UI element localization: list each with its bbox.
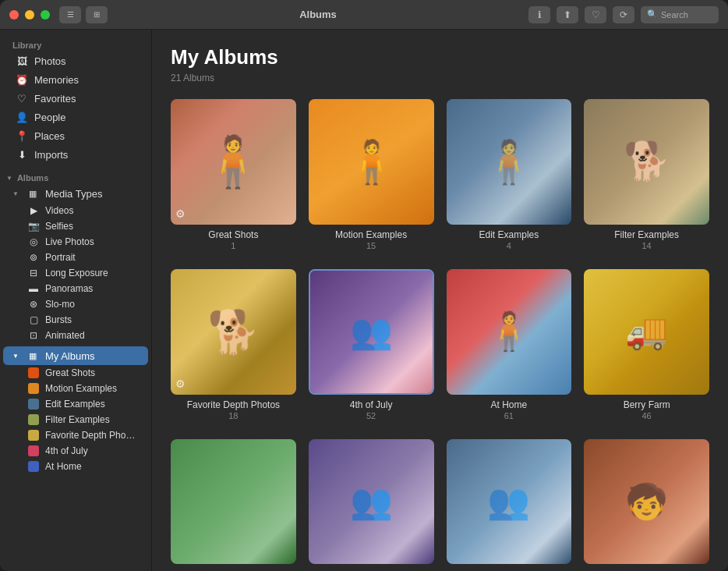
album-name: 4th of July — [350, 399, 393, 410]
album-card-at-home[interactable]: 🧍 At Home 61 — [447, 269, 572, 420]
sidebar-item-slo-mo[interactable]: ⊛ Slo-mo — [3, 296, 148, 312]
motion-thumb — [28, 383, 39, 394]
great-shots-thumb — [28, 367, 39, 378]
sidebar-toggle-button[interactable]: ☰ — [59, 6, 81, 23]
sidebar-item-memories[interactable]: ⏰ Memories — [3, 70, 148, 89]
album-thumb-motion: 🧍 — [309, 99, 434, 225]
sidebar-item-edit-examples[interactable]: Edit Examples — [3, 396, 148, 412]
album-thumb-at-home: 🧍 — [447, 269, 572, 395]
sidebar-item-imports[interactable]: ⬇ Imports — [3, 145, 148, 164]
album-thumb-berry: 🚚 — [584, 269, 709, 395]
album-card-row3-2[interactable]: 👥 — [309, 439, 434, 570]
sidebar-item-filter-examples[interactable]: Filter Examples — [3, 412, 148, 427]
search-bar[interactable]: 🔍 Search — [641, 6, 719, 23]
info-button[interactable]: ℹ — [528, 6, 550, 23]
my-albums-expand-icon: ▼ — [12, 353, 19, 360]
maximize-button[interactable] — [41, 10, 50, 20]
album-card-berry-farm[interactable]: 🚚 Berry Farm 46 — [584, 269, 709, 420]
live-photos-icon: ◎ — [28, 236, 39, 247]
minimize-button[interactable] — [25, 10, 34, 20]
album-card-great-shots[interactable]: 🧍 ⚙ Great Shots 1 — [171, 99, 296, 250]
album-card-row3-4[interactable]: 🧒 — [584, 439, 709, 570]
album-name: Motion Examples — [335, 229, 407, 240]
sidebar-item-label: Places — [34, 130, 65, 142]
album-card-row3-1[interactable] — [171, 439, 296, 570]
sidebar-item-label: Favorites — [34, 93, 76, 105]
sidebar-item-label: Live Photos — [45, 236, 94, 247]
sidebar-item-portrait[interactable]: ⊚ Portrait — [3, 250, 148, 265]
sidebar-item-4th-of-july[interactable]: 4th of July — [3, 443, 148, 459]
depth-thumb — [28, 430, 39, 441]
album-count-num: 18 — [228, 411, 238, 420]
sidebar-item-my-albums[interactable]: ▼ ▦ My Albums — [3, 346, 148, 365]
gear-overlay-icon: ⚙ — [175, 207, 186, 220]
sidebar-item-label: Selfies — [45, 221, 73, 232]
album-name: Berry Farm — [624, 399, 670, 410]
share-button[interactable]: ⬆ — [557, 6, 578, 23]
media-types-icon: ▦ — [27, 187, 39, 200]
album-card-edit-examples[interactable]: 🧍 Edit Examples 4 — [447, 99, 572, 250]
close-button[interactable] — [9, 10, 19, 20]
album-name: Filter Examples — [614, 229, 679, 240]
videos-icon: ▶ — [28, 205, 39, 216]
sidebar-item-label: Filter Examples — [45, 414, 110, 425]
library-header: Library — [0, 36, 151, 51]
albums-label: Albums — [17, 173, 48, 183]
sidebar-item-long-exposure[interactable]: ⊟ Long Exposure — [3, 265, 148, 281]
sidebar-item-panoramas[interactable]: ▬ Panoramas — [3, 281, 148, 296]
sidebar-item-videos[interactable]: ▶ Videos — [3, 203, 148, 218]
album-thumb-great-shots: 🧍 ⚙ — [171, 99, 296, 225]
sidebar-item-selfies[interactable]: 📷 Selfies — [3, 218, 148, 234]
selfies-icon: 📷 — [28, 221, 39, 232]
sidebar-item-great-shots[interactable]: Great Shots — [3, 365, 148, 381]
album-thumb-depth: 🐕 ⚙ — [171, 269, 296, 395]
sidebar-item-label: 4th of July — [45, 445, 88, 456]
album-thumb-edit: 🧍 — [447, 99, 572, 225]
sidebar-item-label: Videos — [45, 205, 73, 216]
edit-thumb — [28, 399, 39, 410]
imports-icon: ⬇ — [16, 148, 28, 161]
sidebar-item-label: Long Exposure — [45, 268, 108, 278]
sidebar-item-people[interactable]: 👤 People — [3, 108, 148, 126]
sidebar-item-favorites[interactable]: ♡ Favorites — [3, 89, 148, 108]
sidebar-item-live-photos[interactable]: ◎ Live Photos — [3, 234, 148, 250]
photos-icon: 🖼 — [16, 55, 28, 67]
my-albums-icon: ▦ — [27, 349, 39, 362]
album-name: Great Shots — [208, 229, 258, 240]
album-card-row3-3[interactable]: 👥 — [447, 439, 572, 570]
sidebar-item-label: Favorite Depth Pho… — [45, 430, 135, 441]
album-count-num: 46 — [642, 411, 652, 420]
slo-mo-icon: ⊛ — [28, 299, 39, 310]
window-title: Albums — [108, 9, 528, 20]
sidebar-item-favorite-depth[interactable]: Favorite Depth Pho… — [3, 427, 148, 443]
sidebar-item-animated[interactable]: ⊡ Animated — [3, 328, 148, 343]
media-types-expand-icon: ▼ — [12, 190, 19, 197]
sidebar-item-at-home[interactable]: At Home — [3, 459, 148, 474]
album-count-num: 15 — [366, 241, 376, 250]
albums-group-header[interactable]: ▼ Albums — [0, 170, 151, 184]
album-card-favorite-depth[interactable]: 🐕 ⚙ Favorite Depth Photos 18 — [171, 269, 296, 420]
traffic-lights — [9, 10, 50, 20]
sidebar-item-photos[interactable]: 🖼 Photos — [3, 51, 148, 70]
sidebar-item-bursts[interactable]: ▢ Bursts — [3, 312, 148, 328]
sidebar: Library 🖼 Photos ⏰ Memories ♡ Favorites … — [0, 30, 152, 571]
view-toggle-button[interactable]: ⊞ — [86, 6, 108, 23]
heart-button[interactable]: ♡ — [585, 6, 606, 23]
album-card-motion-examples[interactable]: 🧍 Motion Examples 15 — [309, 99, 434, 250]
rotate-button[interactable]: ⟳ — [613, 6, 634, 23]
main-content: Library 🖼 Photos ⏰ Memories ♡ Favorites … — [0, 30, 728, 571]
sidebar-item-places[interactable]: 📍 Places — [3, 126, 148, 145]
sidebar-item-label: My Albums — [45, 350, 95, 362]
sidebar-item-label: Bursts — [45, 314, 72, 325]
album-card-4th-of-july[interactable]: 👥 4th of July 52 — [309, 269, 434, 420]
album-card-filter-examples[interactable]: 🐕 Filter Examples 14 — [584, 99, 709, 250]
album-count: 21 Albums — [171, 73, 709, 83]
album-name: At Home — [491, 399, 528, 410]
sidebar-item-label: Panoramas — [45, 283, 93, 294]
sidebar-item-media-types[interactable]: ▼ ▦ Media Types — [3, 184, 148, 203]
sidebar-item-motion-examples[interactable]: Motion Examples — [3, 381, 148, 396]
portrait-icon: ⊚ — [28, 252, 39, 263]
app-window: ☰ ⊞ Albums ℹ ⬆ ♡ ⟳ 🔍 Search Library 🖼 Ph… — [0, 0, 728, 571]
album-count-num: 52 — [366, 411, 376, 420]
panoramas-icon: ▬ — [28, 283, 39, 294]
